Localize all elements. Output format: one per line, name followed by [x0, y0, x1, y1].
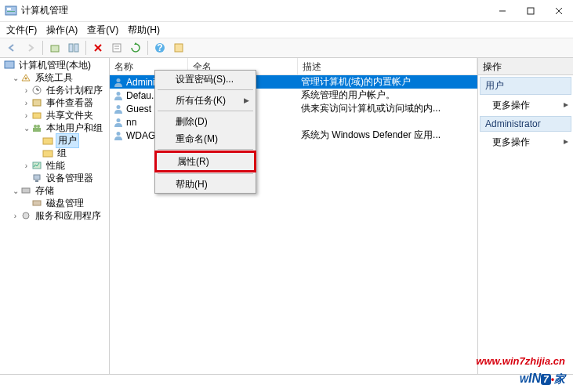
actions-header: 操作: [478, 58, 573, 75]
svg-rect-17: [175, 44, 183, 52]
menu-file[interactable]: 文件(F): [3, 24, 40, 37]
menu-action[interactable]: 操作(A): [43, 24, 81, 37]
svg-point-25: [34, 125, 37, 128]
properties-button[interactable]: [108, 39, 125, 56]
tree-services-apps[interactable]: ›服务和应用程序: [0, 209, 109, 222]
svg-point-26: [37, 125, 40, 128]
tree-device-manager[interactable]: 设备管理器: [0, 172, 109, 184]
watermark: www.win7zhijia.cn WIN7•家: [476, 355, 565, 387]
delete-button[interactable]: [89, 39, 107, 56]
ctx-delete[interactable]: 删除(D): [155, 113, 256, 130]
svg-point-19: [25, 78, 27, 80]
toolbar: ?: [0, 38, 573, 58]
tree-panel: 计算机管理(本地) ⌄系统工具 ›任务计划程序 ›事件查看器 ›共享文件夹 ⌄本…: [0, 58, 110, 374]
svg-rect-9: [74, 44, 78, 52]
titlebar: 计算机管理: [0, 0, 573, 22]
ctx-properties[interactable]: 属性(R): [157, 153, 254, 170]
watermark-logo: WIN7•家: [476, 367, 565, 387]
user-icon: [113, 130, 124, 141]
menubar: 文件(F) 操作(A) 查看(V) 帮助(H): [0, 22, 573, 38]
user-icon: [113, 77, 124, 88]
tree-shared-folders[interactable]: ›共享文件夹: [0, 109, 109, 122]
tree-groups[interactable]: 组: [0, 147, 109, 159]
svg-text:?: ?: [157, 42, 162, 53]
ctx-all-tasks[interactable]: 所有任务(K)▶: [155, 92, 256, 109]
tree-performance[interactable]: ›性能: [0, 159, 109, 172]
svg-rect-0: [5, 6, 16, 15]
svg-rect-33: [22, 188, 30, 193]
svg-rect-29: [43, 151, 53, 157]
user-icon: [113, 117, 124, 128]
context-menu: 设置密码(S)... 所有任务(K)▶ 删除(D) 重命名(M) 属性(R) 帮…: [154, 70, 256, 194]
svg-point-36: [117, 78, 121, 82]
tree-system-tools[interactable]: ⌄系统工具: [0, 71, 109, 84]
actions-panel: 操作 用户 更多操作 ▸ Administrator 更多操作 ▸: [477, 58, 573, 374]
svg-rect-31: [34, 175, 40, 180]
menu-view[interactable]: 查看(V): [84, 24, 121, 37]
ctx-rename[interactable]: 重命名(M): [155, 130, 256, 147]
svg-point-35: [23, 212, 29, 219]
config-button[interactable]: [170, 39, 187, 56]
svg-rect-1: [7, 8, 11, 10]
tree-event-viewer[interactable]: ›事件查看器: [0, 96, 109, 109]
app-icon: [5, 5, 17, 17]
actions-admin-section: Administrator: [480, 116, 571, 132]
maximize-button[interactable]: [517, 2, 545, 20]
tree-root[interactable]: 计算机管理(本地): [0, 59, 109, 71]
svg-rect-8: [69, 44, 73, 52]
window-title: 计算机管理: [21, 4, 488, 17]
user-icon: [113, 90, 124, 101]
actions-users-section: 用户: [480, 77, 571, 95]
svg-point-37: [117, 92, 121, 96]
ctx-help[interactable]: 帮助(H): [155, 176, 256, 193]
ctx-set-password[interactable]: 设置密码(S)...: [155, 71, 256, 88]
minimize-button[interactable]: [488, 2, 517, 20]
svg-rect-2: [7, 11, 15, 12]
user-icon: [113, 103, 124, 114]
svg-rect-23: [33, 100, 41, 106]
back-button[interactable]: [3, 39, 20, 56]
svg-rect-24: [33, 113, 41, 118]
refresh-button[interactable]: [127, 39, 144, 56]
close-button[interactable]: [545, 2, 573, 20]
svg-rect-4: [528, 8, 534, 14]
svg-rect-12: [113, 44, 121, 52]
svg-rect-7: [51, 45, 59, 52]
menu-help[interactable]: 帮助(H): [125, 24, 163, 37]
tree-local-users[interactable]: ⌄本地用户和组: [0, 122, 109, 134]
svg-rect-30: [33, 162, 41, 169]
svg-point-40: [117, 132, 121, 136]
tree-task-scheduler[interactable]: ›任务计划程序: [0, 84, 109, 96]
svg-rect-18: [5, 61, 14, 68]
svg-rect-32: [35, 180, 38, 182]
show-hide-button[interactable]: [65, 39, 82, 56]
svg-point-39: [117, 118, 121, 122]
forward-button[interactable]: [22, 39, 39, 56]
watermark-url: www.win7zhijia.cn: [476, 355, 565, 367]
actions-more-1[interactable]: 更多操作 ▸: [478, 96, 573, 114]
svg-point-38: [117, 105, 121, 109]
svg-rect-28: [43, 138, 53, 144]
svg-rect-27: [33, 128, 41, 132]
svg-rect-34: [33, 201, 41, 205]
help-button[interactable]: ?: [151, 39, 169, 56]
up-button[interactable]: [46, 39, 63, 56]
actions-more-2[interactable]: 更多操作 ▸: [478, 133, 573, 151]
tree-storage[interactable]: ⌄存储: [0, 184, 109, 197]
tree-users[interactable]: 用户: [0, 134, 109, 147]
tree-disk-mgmt[interactable]: 磁盘管理: [0, 197, 109, 209]
col-desc[interactable]: 描述: [298, 58, 477, 74]
